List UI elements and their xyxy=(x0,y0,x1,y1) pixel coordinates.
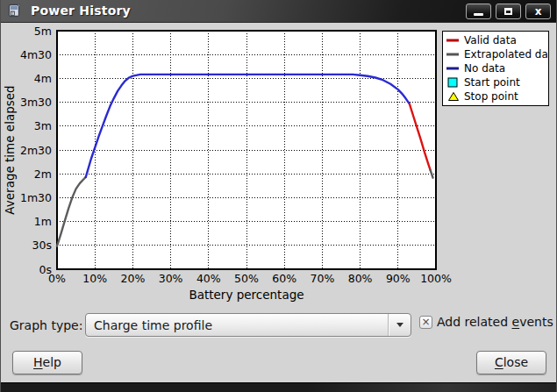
graph-type-dropdown[interactable]: Charge time profile xyxy=(85,313,411,337)
legend-item: Start point xyxy=(446,76,546,89)
titlebar[interactable]: Power History x xyxy=(0,0,557,23)
maximize-icon xyxy=(504,8,512,15)
legend-item: Stop point xyxy=(446,90,546,103)
chart-legend: Valid dataExtrapolated dataNo dataStart … xyxy=(442,31,549,106)
legend-square-swatch-icon xyxy=(446,77,460,88)
checkbox-checked-icon[interactable]: × xyxy=(419,316,432,329)
svg-text:Average time elapsed: Average time elapsed xyxy=(3,85,17,214)
svg-text:70%: 70% xyxy=(311,272,335,285)
legend-label: No data xyxy=(464,62,505,75)
svg-text:20%: 20% xyxy=(121,272,146,285)
legend-label: Valid data xyxy=(464,34,517,46)
svg-text:30%: 30% xyxy=(159,272,183,285)
legend-item: Valid data xyxy=(446,34,546,46)
svg-text:Battery percentage: Battery percentage xyxy=(189,288,303,302)
chevron-down-icon xyxy=(396,323,403,327)
maximize-button[interactable] xyxy=(496,4,521,19)
window-bottom-frame xyxy=(0,382,557,392)
legend-item: Extrapolated data xyxy=(446,48,546,61)
legend-line-swatch-icon xyxy=(446,50,460,59)
help-button[interactable]: Help xyxy=(12,351,82,374)
close-icon: x xyxy=(535,6,542,17)
svg-text:4m: 4m xyxy=(34,72,52,85)
power-statistics-app-icon xyxy=(7,4,22,18)
graph-type-selected-value: Charge time profile xyxy=(86,318,388,332)
close-button[interactable]: Close xyxy=(476,351,546,374)
legend-line-swatch-icon xyxy=(446,36,460,45)
svg-text:50%: 50% xyxy=(234,272,259,285)
legend-line-swatch-icon xyxy=(446,64,460,73)
svg-text:60%: 60% xyxy=(272,272,296,285)
svg-text:2m: 2m xyxy=(34,167,52,181)
svg-text:2m30: 2m30 xyxy=(20,144,52,157)
window-title: Power History xyxy=(31,4,131,18)
graph-type-label: Graph type: xyxy=(10,318,82,332)
add-related-events-label: Add related events xyxy=(437,315,553,329)
add-related-events-checkbox[interactable]: × Add related events xyxy=(419,315,553,329)
dropdown-arrow-button[interactable] xyxy=(389,323,411,327)
legend-label: Stop point xyxy=(464,90,518,103)
svg-text:4m30: 4m30 xyxy=(20,48,52,61)
legend-item: No data xyxy=(446,62,546,75)
svg-text:1m: 1m xyxy=(34,215,52,228)
minimize-icon xyxy=(474,13,483,16)
minimize-button[interactable] xyxy=(466,4,491,19)
svg-text:100%: 100% xyxy=(420,272,452,285)
legend-label: Extrapolated data xyxy=(464,48,549,61)
svg-text:1m30: 1m30 xyxy=(20,191,52,204)
window-close-button[interactable]: x xyxy=(525,4,551,19)
svg-text:80%: 80% xyxy=(348,272,373,285)
power-history-window: Power History x 0%10%20%30%40%50%60%70%8… xyxy=(0,0,557,392)
svg-text:5m: 5m xyxy=(34,25,52,38)
svg-text:40%: 40% xyxy=(196,272,221,285)
svg-text:10%: 10% xyxy=(82,272,107,285)
legend-triangle-swatch-icon xyxy=(446,91,460,102)
legend-label: Start point xyxy=(464,76,520,89)
svg-text:90%: 90% xyxy=(386,272,411,285)
svg-text:3m: 3m xyxy=(34,119,52,132)
svg-text:30s: 30s xyxy=(32,239,52,252)
svg-text:0s: 0s xyxy=(39,263,52,276)
svg-text:3m30: 3m30 xyxy=(20,96,52,109)
